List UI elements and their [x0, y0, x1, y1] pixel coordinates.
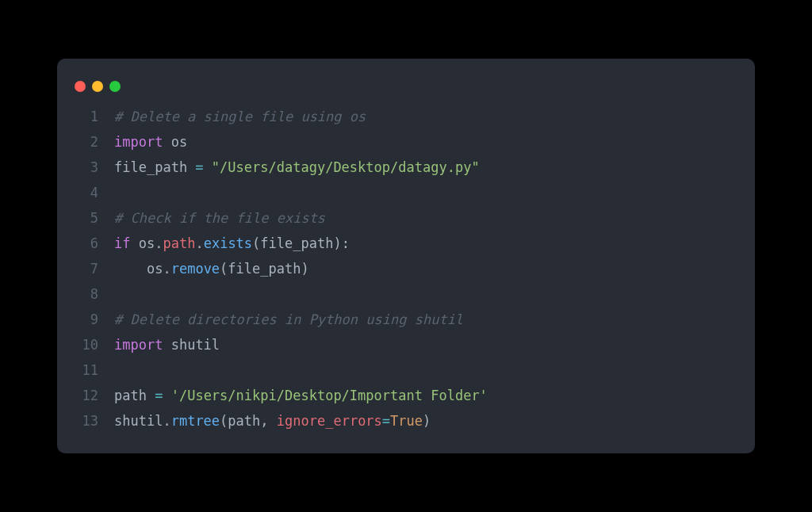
code-line-content: # Delete a single file using os [114, 105, 366, 130]
code-line-content: import os [114, 130, 187, 155]
code-line: 4 [75, 181, 737, 206]
token-comment: # Delete a single file using os [114, 109, 366, 124]
code-editor: 1# Delete a single file using os2import … [57, 105, 755, 434]
line-number: 11 [75, 358, 98, 384]
token-comment: # Delete directories in Python using shu… [114, 311, 463, 327]
line-number: 1 [75, 105, 98, 130]
line-number: 8 [75, 282, 98, 308]
maximize-icon[interactable] [109, 81, 121, 92]
token-default: file_path [228, 261, 301, 277]
token-keyword: import [114, 337, 163, 353]
token-attr: path [163, 235, 195, 251]
code-line-content: file_path = "/Users/datagy/Desktop/datag… [114, 155, 480, 181]
token-default [204, 159, 212, 175]
code-line: 13shutil.rmtree(path, ignore_errors=True… [75, 409, 737, 434]
token-punct: . [155, 235, 163, 251]
code-window: 1# Delete a single file using os2import … [57, 59, 755, 453]
code-line-content: shutil.rmtree(path, ignore_errors=True) [114, 409, 431, 434]
code-line: 7 os.remove(file_path) [75, 257, 737, 282]
code-line: 1# Delete a single file using os [75, 105, 737, 130]
token-string: "/Users/datagy/Desktop/datagy.py" [212, 159, 480, 175]
token-default [163, 388, 170, 403]
token-punct: , [260, 413, 276, 429]
minimize-icon[interactable] [92, 81, 103, 92]
code-line: 10import shutil [75, 333, 737, 358]
code-line: 8 [75, 282, 737, 308]
token-default: : [342, 235, 350, 251]
code-line: 3file_path = "/Users/datagy/Desktop/data… [75, 155, 737, 181]
token-default: file_path [114, 159, 195, 175]
token-keyword: if [114, 235, 130, 251]
code-line-content: import shutil [114, 333, 220, 358]
line-number: 7 [75, 257, 98, 282]
code-line-content: os.remove(file_path) [114, 257, 309, 282]
token-module: os [147, 261, 163, 277]
code-line-content: # Delete directories in Python using shu… [114, 308, 463, 333]
token-punct: . [195, 235, 203, 251]
token-comment: # Check if the file exists [114, 210, 325, 226]
code-line: 9# Delete directories in Python using sh… [75, 308, 737, 333]
code-line: 11 [75, 358, 737, 384]
code-line: 5# Check if the file exists [75, 206, 737, 231]
token-const: True [390, 413, 423, 429]
token-default: path [114, 388, 155, 403]
line-number: 6 [75, 231, 98, 257]
token-op: = [155, 388, 163, 403]
token-keyword: import [114, 134, 163, 150]
token-string: '/Users/nikpi/Desktop/Important Folder' [171, 388, 488, 403]
code-line-content: path = '/Users/nikpi/Desktop/Important F… [114, 384, 488, 409]
token-punct: ) [301, 261, 308, 277]
code-line: 6if os.path.exists(file_path): [75, 231, 737, 257]
token-punct: ( [252, 235, 260, 251]
line-number: 12 [75, 384, 98, 409]
token-module: os [139, 235, 155, 251]
window-titlebar [57, 75, 755, 105]
token-punct: ) [333, 235, 341, 251]
code-line-content: # Check if the file exists [114, 206, 325, 231]
token-punct: . [163, 413, 170, 429]
token-punct: ( [220, 261, 228, 277]
line-number: 9 [75, 308, 98, 333]
line-number: 3 [75, 155, 98, 181]
token-op: = [195, 159, 203, 175]
token-func: rmtree [171, 413, 220, 429]
close-icon[interactable] [75, 81, 86, 92]
code-line: 2import os [75, 130, 737, 155]
token-module: shutil [114, 413, 163, 429]
token-punct: . [163, 261, 170, 277]
token-op: = [382, 413, 390, 429]
line-number: 2 [75, 130, 98, 155]
token-default [114, 261, 147, 277]
token-module: os [171, 134, 187, 150]
token-punct: ) [423, 413, 431, 429]
token-func: remove [171, 261, 220, 277]
code-line-content: if os.path.exists(file_path): [114, 231, 350, 257]
token-param: ignore_errors [277, 413, 382, 429]
token-module: shutil [171, 337, 220, 353]
token-punct: ( [220, 413, 228, 429]
token-default [130, 235, 138, 251]
token-default [163, 337, 170, 353]
line-number: 10 [75, 333, 98, 358]
token-default [163, 134, 170, 150]
line-number: 5 [75, 206, 98, 231]
code-line: 12path = '/Users/nikpi/Desktop/Important… [75, 384, 737, 409]
token-func: exists [204, 235, 252, 251]
token-default: path [228, 413, 260, 429]
token-default: file_path [260, 235, 333, 251]
line-number: 4 [75, 181, 98, 206]
line-number: 13 [75, 409, 98, 434]
